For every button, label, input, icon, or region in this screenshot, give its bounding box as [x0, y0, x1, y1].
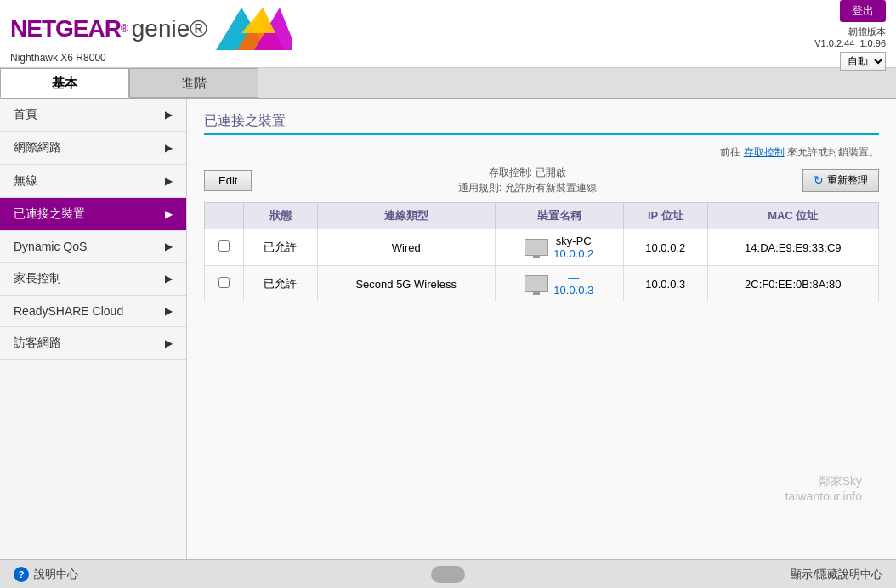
- edit-button[interactable]: Edit: [204, 170, 252, 191]
- top-right: 登出 韌體版本 V1.0.2.44_1.0.96 自動: [814, 0, 886, 71]
- sidebar-item-label: 網際網路: [14, 140, 61, 155]
- arrow-icon: ▶: [165, 337, 173, 349]
- row1-ip: 10.0.0.2: [623, 229, 707, 266]
- content-area: 已連接之裝置 前往 存取控制 來允許或封鎖裝置。 Edit 存取控制: 已開啟 …: [187, 99, 896, 559]
- logout-button[interactable]: 登出: [840, 0, 886, 22]
- sidebar-item-guest-network[interactable]: 訪客網路 ▶: [0, 327, 186, 360]
- genie-label: genie®: [132, 15, 207, 42]
- sidebar-item-label: ReadySHARE Cloud: [14, 304, 123, 318]
- row2-mac: 2C:F0:EE:0B:8A:80: [707, 266, 878, 302]
- scroll-handle[interactable]: [431, 566, 465, 583]
- arrow-icon: ▶: [165, 109, 173, 121]
- row1-device-sub: 10.0.0.2: [553, 247, 593, 260]
- access-control-link[interactable]: 存取控制: [744, 146, 785, 158]
- access-prefix: 前往: [720, 146, 740, 158]
- row1-connection-type: Wired: [317, 229, 495, 266]
- sidebar-item-dynamic-qos[interactable]: Dynamic QoS ▶: [0, 231, 186, 263]
- reg-mark: ®: [121, 23, 128, 35]
- row2-connection-type: Second 5G Wireless: [317, 266, 495, 302]
- table-row: 已允許 Second 5G Wireless — 10.0.0.3 10.0.0…: [205, 266, 879, 302]
- sidebar: 首頁 ▶ 網際網路 ▶ 無線 ▶ 已連接之裝置 ▶ Dynamic QoS ▶ …: [0, 99, 187, 559]
- page-title: 已連接之裝置: [204, 112, 879, 135]
- device-icon: [525, 239, 548, 256]
- device-table: 狀態 連線類型 裝置名稱 IP 位址 MAC 位址 已允許 Wired: [204, 202, 879, 302]
- language-select[interactable]: 自動: [840, 52, 886, 71]
- tab-advanced[interactable]: 進階: [129, 68, 258, 98]
- main-layout: 首頁 ▶ 網際網路 ▶ 無線 ▶ 已連接之裝置 ▶ Dynamic QoS ▶ …: [0, 99, 896, 559]
- tab-basic[interactable]: 基本: [0, 68, 129, 98]
- brand-name: NETGEAR: [10, 15, 121, 42]
- logo-area: NETGEAR® genie® Nighthawk X6 R8000: [10, 8, 292, 64]
- lang-select-wrap: 自動: [840, 52, 886, 71]
- table-body: 已允許 Wired sky-PC 10.0.0.2 10.0.0.2 14:DA…: [205, 229, 879, 302]
- sidebar-item-readyshare-cloud[interactable]: ReadySHARE Cloud ▶: [0, 296, 186, 327]
- access-suffix: 來允許或封鎖裝置。: [787, 146, 879, 158]
- col-ip: IP 位址: [623, 203, 707, 229]
- row1-device-name: sky-PC 10.0.0.2: [495, 229, 623, 266]
- version-text: 韌體版本 V1.0.2.44_1.0.96: [814, 25, 886, 48]
- arrow-icon: ▶: [165, 142, 173, 154]
- model-name: Nighthawk X6 R8000: [10, 52, 292, 64]
- watermark: 鄰家Sky taiwantour.info: [785, 474, 862, 503]
- tab-bar: 基本 進階: [0, 68, 896, 99]
- refresh-icon: ↻: [814, 173, 824, 187]
- help-icon: ?: [14, 567, 29, 582]
- sidebar-item-parental-control[interactable]: 家長控制 ▶: [0, 263, 186, 296]
- col-connection-type: 連線類型: [317, 203, 495, 229]
- device-icon: [525, 275, 548, 292]
- row2-checkbox-cell: [205, 266, 244, 302]
- col-mac: MAC 位址: [707, 203, 878, 229]
- sidebar-item-label: 家長控制: [14, 271, 61, 286]
- arrow-icon: ▶: [165, 175, 173, 187]
- row2-checkbox[interactable]: [218, 277, 230, 288]
- arrow-icon: ▶: [165, 273, 173, 285]
- row2-device-name-text: —: [553, 271, 593, 284]
- watermark-line2: taiwantour.info: [785, 489, 862, 503]
- row1-status: 已允許: [244, 229, 317, 266]
- col-checkbox: [205, 203, 244, 229]
- toolbar-row: Edit 存取控制: 已開啟 通用規則: 允許所有新裝置連線 ↻ 重新整理: [204, 165, 879, 195]
- help-left: ? 說明中心: [14, 567, 78, 582]
- row1-device-name-text: sky-PC: [553, 235, 593, 247]
- arrow-icon: ▶: [165, 240, 173, 252]
- top-bar: NETGEAR® genie® Nighthawk X6 R8000 登出 韌體…: [0, 0, 896, 68]
- row2-device-sub: 10.0.0.3: [553, 284, 593, 297]
- row1-mac: 14:DA:E9:E9:33:C9: [707, 229, 878, 266]
- watermark-line1: 鄰家Sky: [785, 474, 862, 489]
- sidebar-item-label: 首頁: [14, 107, 37, 122]
- row1-checkbox[interactable]: [218, 240, 230, 252]
- bottom-bar: ? 說明中心 顯示/隱藏說明中心: [0, 559, 896, 588]
- toggle-help-button[interactable]: 顯示/隱藏說明中心: [791, 567, 882, 582]
- sidebar-item-wireless[interactable]: 無線 ▶: [0, 165, 186, 198]
- arrow-icon: ▶: [165, 305, 173, 317]
- logo: NETGEAR® genie®: [10, 8, 292, 50]
- refresh-label: 重新整理: [827, 173, 868, 188]
- row2-device-name: — 10.0.0.3: [495, 266, 623, 302]
- sidebar-item-connected-devices[interactable]: 已連接之裝置 ▶: [0, 198, 186, 231]
- row2-ip: 10.0.0.3: [623, 266, 707, 302]
- sidebar-item-label: Dynamic QoS: [14, 240, 87, 253]
- sidebar-item-label: 訪客網路: [14, 336, 61, 351]
- sidebar-item-internet[interactable]: 網際網路 ▶: [0, 132, 186, 165]
- rules-text: 存取控制: 已開啟 通用規則: 允許所有新裝置連線: [458, 165, 597, 195]
- sidebar-item-label: 已連接之裝置: [14, 206, 85, 222]
- col-status: 狀態: [244, 203, 317, 229]
- row1-checkbox-cell: [205, 229, 244, 266]
- access-info: 前往 存取控制 來允許或封鎖裝置。: [204, 145, 879, 160]
- row2-status: 已允許: [244, 266, 317, 302]
- col-device-name: 裝置名稱: [495, 203, 623, 229]
- table-row: 已允許 Wired sky-PC 10.0.0.2 10.0.0.2 14:DA…: [205, 229, 879, 266]
- triangle-logo: [216, 8, 292, 50]
- sidebar-item-home[interactable]: 首頁 ▶: [0, 99, 186, 132]
- refresh-button[interactable]: ↻ 重新整理: [802, 169, 879, 192]
- arrow-icon: ▶: [165, 208, 173, 220]
- help-label: 說明中心: [34, 567, 78, 582]
- sidebar-item-label: 無線: [14, 173, 37, 189]
